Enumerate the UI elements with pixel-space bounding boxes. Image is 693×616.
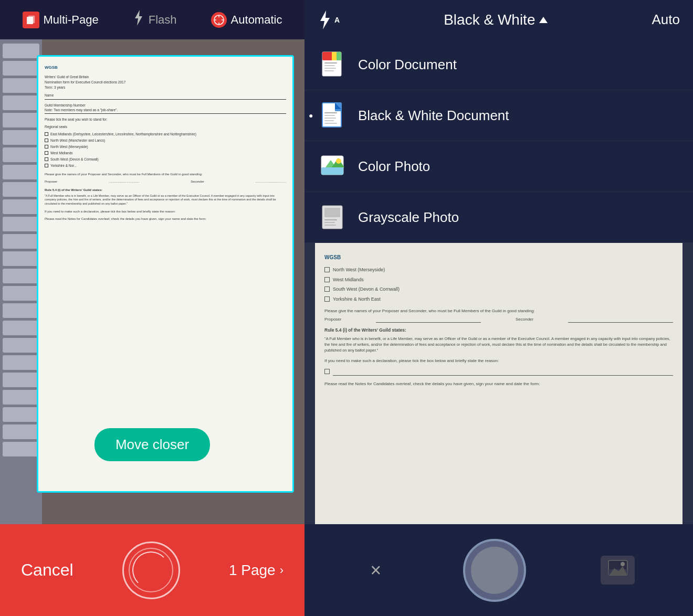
svg-rect-33 — [324, 222, 335, 223]
svg-rect-24 — [324, 123, 337, 124]
color-photo-label: Color Photo — [358, 158, 430, 175]
preview-checkbox-westmid: West Midlands — [324, 277, 673, 284]
svg-rect-32 — [324, 219, 337, 220]
automatic-icon — [211, 12, 227, 28]
preview-logo: WGSB — [324, 253, 673, 261]
color-doc-label: Color Document — [358, 57, 457, 73]
dropdown-arrow-icon — [539, 17, 548, 23]
svg-rect-15 — [324, 68, 336, 69]
svg-rect-31 — [324, 208, 340, 217]
capture-button[interactable] — [463, 539, 526, 602]
document-in-camera: WGSB Writers' Guild of Great Britain Nom… — [37, 55, 294, 493]
preview-area: WGSB North West (Merseyside) West Midlan… — [304, 243, 693, 524]
doc-proposer-seconder: Proposer ...............................… — [45, 179, 286, 184]
shutter-button[interactable] — [122, 541, 180, 599]
left-panel: Multi-Page Flash Automatic — [0, 0, 304, 616]
grayscale-label: Grayscale Photo — [358, 209, 459, 226]
shutter-arc — [132, 551, 170, 589]
svg-rect-21 — [324, 115, 335, 116]
svg-rect-1 — [28, 16, 35, 23]
menu-item-grayscale[interactable]: Grayscale Photo — [304, 192, 693, 243]
preview-proposer-text: Please give the names of your Proposer a… — [324, 308, 673, 314]
left-footer: Cancel 1 Page › — [0, 524, 304, 616]
preview-document: WGSB North West (Merseyside) West Midlan… — [315, 243, 682, 524]
preview-checkbox-merseyside: North West (Merseyside) — [324, 267, 673, 274]
keyboard-bg — [0, 39, 42, 524]
doc-checkbox-row-1: East Midlands (Derbyshire, Leicestershir… — [45, 132, 286, 136]
doc-checkbox-row-3: North West (Merseyside) — [45, 144, 286, 149]
flash-auto-icon[interactable]: A — [318, 10, 340, 29]
doc-proposer-text: Please give the names of your Proposer a… — [45, 172, 286, 176]
svg-point-38 — [621, 562, 625, 566]
doc-checkbox-row-5: South West (Devon & Cornwall) — [45, 157, 286, 162]
preview-checkbox-southwest: South West (Devon & Cornwall) — [324, 286, 673, 293]
doc-logo: WGSB — [45, 65, 286, 70]
preview-rule-text: "A Full Member who is in benefit, or a L… — [324, 336, 673, 354]
svg-rect-14 — [324, 65, 335, 66]
svg-rect-12 — [337, 52, 341, 60]
capture-inner — [471, 547, 518, 594]
auto-label[interactable]: Auto — [652, 12, 680, 28]
preview-checkbox-yorkshire: Yorkshire & North East — [324, 296, 673, 303]
document-content: WGSB Writers' Guild of Great Britain Nom… — [38, 57, 292, 229]
doc-checkbox-row-4: West Midlands — [45, 151, 286, 155]
color-photo-icon — [320, 153, 348, 180]
menu-item-color-doc[interactable]: Color Document — [304, 39, 693, 90]
multipage-button[interactable]: Multi-Page — [23, 12, 99, 28]
svg-point-29 — [336, 158, 341, 164]
doc-name-field: Name — [45, 93, 286, 99]
doc-notes: Please read the Notes for Candidates ove… — [45, 217, 286, 221]
multipage-label: Multi-Page — [44, 13, 99, 27]
doc-rule-text: "A Full Member who is in benefit, or a L… — [45, 194, 286, 206]
page-count-button[interactable]: 1 Page › — [229, 562, 284, 579]
automatic-label: Automatic — [231, 13, 282, 27]
svg-rect-23 — [324, 120, 334, 121]
svg-rect-34 — [324, 225, 336, 226]
shutter-inner — [129, 548, 173, 592]
flash-label: Flash — [149, 13, 177, 27]
cancel-button[interactable]: Cancel — [21, 560, 74, 580]
scan-mode-menu: Color Document Black & White Document — [304, 39, 693, 243]
doc-declaration: If you need to make such a declaration, … — [45, 209, 286, 214]
doc-checkbox-row-2: North West (Manchester and Lancs) — [45, 138, 286, 143]
gallery-button[interactable] — [601, 556, 635, 585]
left-header: Multi-Page Flash Automatic — [0, 0, 304, 39]
right-panel: A Black & White Auto Color Document — [304, 0, 693, 616]
svg-marker-8 — [320, 10, 330, 29]
close-button[interactable]: × — [363, 557, 389, 583]
svg-rect-20 — [324, 112, 337, 113]
color-doc-icon — [320, 51, 348, 78]
bw-doc-label: Black & White Document — [358, 108, 509, 124]
svg-rect-26 — [321, 167, 343, 175]
doc-title: Writers' Guild of Great Britain Nominati… — [45, 75, 286, 90]
preview-proposer-row: Proposer Seconder — [324, 316, 673, 323]
camera-view: WGSB Writers' Guild of Great Britain Nom… — [0, 39, 304, 524]
move-closer-button[interactable]: Move closer — [94, 428, 210, 461]
svg-rect-13 — [324, 62, 337, 63]
chevron-right-icon: › — [280, 564, 284, 577]
grayscale-photo-icon — [320, 204, 348, 231]
multipage-icon — [23, 12, 39, 28]
svg-marker-2 — [135, 10, 142, 26]
gallery-icon — [608, 560, 628, 580]
svg-rect-16 — [324, 70, 334, 71]
preview-declaration-checkbox — [324, 368, 673, 376]
doc-seat-section: Please tick the seat you wish to stand f… — [45, 117, 286, 122]
bw-doc-icon — [320, 102, 348, 129]
menu-item-color-photo[interactable]: Color Photo — [304, 141, 693, 192]
flash-a-label: A — [334, 16, 340, 24]
menu-item-bw-doc[interactable]: Black & White Document — [304, 90, 693, 141]
right-header: A Black & White Auto — [304, 0, 693, 39]
preview-notes-text: Please read the Notes for Candidates ove… — [324, 381, 673, 387]
bw-title-container[interactable]: Black & White — [444, 12, 548, 28]
flash-icon — [133, 10, 144, 29]
preview-content: WGSB North West (Merseyside) West Midlan… — [315, 243, 682, 398]
doc-rule-title: Rule 5.4 (i) of the Writers' Guild state… — [45, 188, 286, 192]
automatic-button[interactable]: Automatic — [211, 12, 282, 28]
page-count-label: 1 Page — [229, 562, 276, 579]
preview-declaration-text: If you need to make such a declaration, … — [324, 358, 673, 364]
svg-rect-22 — [324, 118, 336, 119]
flash-button[interactable]: Flash — [133, 10, 177, 29]
preview-rule-title: Rule 5.4 (i) of the Writers' Guild state… — [324, 327, 673, 334]
bw-title-text: Black & White — [444, 12, 535, 28]
